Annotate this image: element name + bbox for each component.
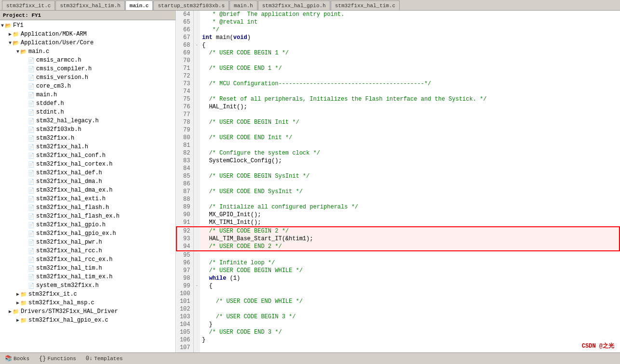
sidebar-item[interactable]: ▶📁Application/MDK-ARM: [0, 30, 175, 39]
tab-stm32f1xx-hal-gpio-h[interactable]: stm32f1xx_hal_gpio.h: [258, 0, 330, 10]
sidebar-item[interactable]: 📄stm32f1xx_hal_cortex.h: [0, 160, 175, 169]
fold-indicator[interactable]: [193, 57, 200, 65]
fold-indicator[interactable]: [193, 290, 200, 298]
sidebar-item[interactable]: ▶📁stm32f1xx_hal_msp.c: [0, 299, 175, 307]
line-content[interactable]: /* MCU Configuration--------------------…: [200, 80, 620, 88]
fold-indicator[interactable]: [193, 313, 200, 321]
fold-indicator[interactable]: [193, 203, 200, 211]
sidebar-item[interactable]: 📄stm32f1xx_hal_dma_ex.h: [0, 186, 175, 195]
fold-indicator[interactable]: [193, 219, 200, 227]
fold-indicator[interactable]: [193, 11, 200, 18]
line-content[interactable]: [200, 290, 620, 298]
sidebar-item[interactable]: 📄stm32f1xx.h: [0, 134, 175, 143]
line-content[interactable]: /* Initialize all configured peripherals…: [200, 203, 620, 211]
sidebar-item[interactable]: 📄stm32f103xb.h: [0, 125, 175, 134]
sidebar-item[interactable]: 📄stm32f1xx_hal_gpio_ex.h: [0, 229, 175, 238]
fold-indicator[interactable]: [193, 126, 200, 134]
tab-main-c[interactable]: main.c: [125, 0, 153, 10]
line-content[interactable]: /**: [200, 351, 620, 352]
sidebar-item[interactable]: 📄cmsis_compiler.h: [0, 65, 175, 73]
line-content[interactable]: while (1): [200, 274, 620, 282]
fold-indicator[interactable]: [193, 211, 200, 219]
sidebar-item[interactable]: 📄stm32f1xx_hal_flash_ex.h: [0, 212, 175, 221]
line-content[interactable]: */: [200, 26, 620, 34]
sidebar-item[interactable]: 📄cmsis_version.h: [0, 73, 175, 82]
line-content[interactable]: HAL_TIM_Base_Start_IT(&htim1);: [200, 235, 620, 243]
fold-indicator[interactable]: [193, 227, 200, 235]
fold-indicator[interactable]: [193, 172, 200, 180]
fold-indicator[interactable]: [193, 111, 200, 118]
line-content[interactable]: [200, 142, 620, 149]
fold-indicator[interactable]: [193, 26, 200, 34]
line-content[interactable]: HAL_Init();: [200, 103, 620, 111]
fold-indicator[interactable]: [193, 305, 200, 313]
sidebar-item[interactable]: 📄stm32f1xx_hal_rcc.h: [0, 247, 175, 255]
line-content[interactable]: /* USER CODE END 3 */: [200, 328, 620, 336]
line-content[interactable]: /* USER CODE BEGIN 1 */: [200, 49, 620, 57]
fold-indicator[interactable]: [193, 80, 200, 88]
line-content[interactable]: /* USER CODE END WHILE */: [200, 298, 620, 305]
fold-indicator[interactable]: [193, 195, 200, 203]
line-content[interactable]: /* Reset of all peripherals, Initializes…: [200, 95, 620, 103]
fold-indicator[interactable]: [193, 103, 200, 111]
line-content[interactable]: /* USER CODE END SysInit */: [200, 188, 620, 195]
line-content[interactable]: /* USER CODE BEGIN SysInit */: [200, 172, 620, 180]
sidebar-item[interactable]: 📄stm32f1xx_hal_dma.h: [0, 177, 175, 186]
fold-indicator[interactable]: [193, 328, 200, 336]
line-content[interactable]: * @retval int: [200, 18, 620, 26]
fold-indicator[interactable]: [193, 142, 200, 149]
line-content[interactable]: * @brief The application entry point.: [200, 11, 620, 18]
fold-indicator[interactable]: [193, 49, 200, 57]
line-content[interactable]: int main(void): [200, 34, 620, 41]
line-content[interactable]: [200, 126, 620, 134]
fold-indicator[interactable]: [193, 157, 200, 165]
sidebar-item[interactable]: 📄stm32f1xx_hal_rcc_ex.h: [0, 255, 175, 264]
sidebar-item[interactable]: 📄stm32f1xx_hal_conf.h: [0, 151, 175, 160]
fold-indicator[interactable]: [193, 336, 200, 344]
fold-indicator[interactable]: [193, 344, 200, 351]
sidebar-item[interactable]: 📄stm32f1xx_hal_def.h: [0, 169, 175, 177]
fold-indicator[interactable]: [193, 259, 200, 267]
line-content[interactable]: [200, 180, 620, 188]
line-content[interactable]: {: [200, 282, 620, 290]
line-content[interactable]: MX_TIM1_Init();: [200, 219, 620, 227]
line-content[interactable]: /* USER CODE END Init */: [200, 134, 620, 142]
fold-indicator[interactable]: [193, 88, 200, 95]
line-content[interactable]: /* USER CODE BEGIN 2 */: [200, 227, 620, 235]
line-content[interactable]: [200, 88, 620, 95]
sidebar-item[interactable]: 📄cmsis_armcc.h: [0, 56, 175, 65]
fold-indicator[interactable]: [193, 18, 200, 26]
sidebar-item[interactable]: 📄stm32f1xx_hal_tim_ex.h: [0, 273, 175, 281]
line-content[interactable]: /* USER CODE END 1 */: [200, 65, 620, 72]
line-content[interactable]: [200, 305, 620, 313]
sidebar-item[interactable]: ▼📂main.c: [0, 47, 175, 56]
code-editor[interactable]: 64 * @brief The application entry point.…: [176, 11, 620, 352]
line-content[interactable]: [200, 195, 620, 203]
sidebar-item[interactable]: 📄stm32f1xx_hal_flash.h: [0, 203, 175, 212]
fold-indicator[interactable]: [193, 95, 200, 103]
fold-indicator[interactable]: [193, 274, 200, 282]
fold-indicator[interactable]: [193, 267, 200, 274]
sidebar-item[interactable]: ▼📂FY1: [0, 21, 175, 30]
sidebar-item[interactable]: ▶📁stm32f1xx_it.c: [0, 290, 175, 299]
sidebar-item[interactable]: 📄stdint.h: [0, 108, 175, 117]
fold-indicator[interactable]: [193, 149, 200, 157]
tab-startup-s[interactable]: startup_stm32f103xb.s: [153, 0, 229, 10]
line-content[interactable]: MX_GPIO_Init();: [200, 211, 620, 219]
sidebar-item[interactable]: 📄stm32f1xx_hal_tim.h: [0, 264, 175, 273]
fold-indicator[interactable]: [193, 321, 200, 328]
line-content[interactable]: [200, 72, 620, 80]
fold-indicator[interactable]: [193, 243, 200, 251]
line-content[interactable]: [200, 111, 620, 118]
line-content[interactable]: /* USER CODE BEGIN 3 */: [200, 313, 620, 321]
fold-indicator[interactable]: [193, 165, 200, 172]
sidebar-item[interactable]: ▼📂Application/User/Core: [0, 39, 175, 47]
line-content[interactable]: SystemClock_Config();: [200, 157, 620, 165]
fold-indicator[interactable]: [193, 180, 200, 188]
line-content[interactable]: [200, 251, 620, 259]
fold-indicator[interactable]: -: [193, 41, 200, 49]
line-content[interactable]: {: [200, 41, 620, 49]
line-content[interactable]: /* USER CODE BEGIN Init */: [200, 118, 620, 126]
tab-stm32f1xx-it-c[interactable]: stm32f1xx_it.c: [2, 0, 55, 10]
line-content[interactable]: }: [200, 336, 620, 344]
